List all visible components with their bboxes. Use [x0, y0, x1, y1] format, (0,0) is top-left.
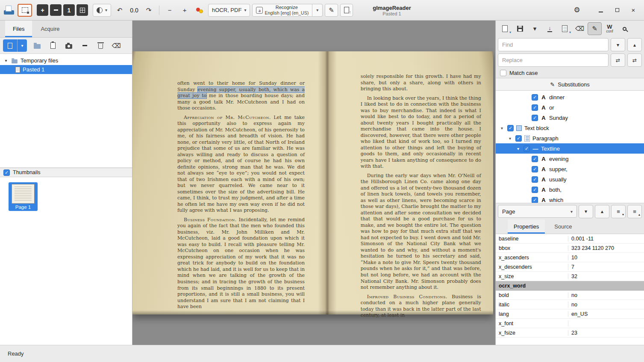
find-replace-toggle-button[interactable] — [618, 22, 632, 35]
hocr-item-paragraph[interactable]: ▾✓Paragraph — [496, 133, 644, 143]
next-item-button[interactable]: ▾ — [579, 205, 593, 218]
find-next-button[interactable]: ▾ — [611, 38, 625, 51]
item-checkbox[interactable]: ✓ — [507, 125, 514, 131]
delete-image-button[interactable] — [94, 39, 107, 52]
find-input[interactable] — [498, 38, 609, 51]
hocr-item-text-block[interactable]: ▾✓Text block — [496, 123, 644, 133]
item-checkbox[interactable]: ✓ — [532, 156, 538, 162]
zoom-in-button[interactable]: + — [178, 4, 191, 17]
file-row-pasted-1[interactable]: Pasted 1 — [0, 65, 132, 74]
property-value[interactable]: 0.001 -11 — [568, 236, 644, 242]
property-value[interactable]: en_US — [568, 311, 644, 317]
property-value[interactable]: no — [568, 302, 644, 308]
image-canvas[interactable]: often went to their home for Sunday dinn… — [132, 21, 495, 345]
expander-icon[interactable]: ▾ — [3, 58, 9, 63]
item-checkbox[interactable]: ✓ — [532, 115, 538, 121]
recognize-dropdown[interactable]: ▾ — [312, 4, 323, 17]
settings-button[interactable]: ⚙ — [570, 4, 583, 17]
tab-acquire[interactable]: Acquire — [33, 21, 67, 37]
folder-row-temporary-files[interactable]: ▾ Temporary files — [0, 56, 132, 65]
property-value[interactable]: 10 — [568, 255, 644, 261]
hocr-item-or[interactable]: ✓Aor — [496, 102, 644, 113]
single-region-button[interactable]: 1 — [63, 4, 75, 16]
item-checkbox[interactable]: ✓ — [532, 176, 538, 183]
hocr-item-textline[interactable]: ▾✓—Textline — [496, 143, 644, 154]
import-hocr-button[interactable]: ↓ — [543, 22, 557, 35]
add-images-button[interactable] — [3, 39, 17, 52]
replace-input[interactable] — [498, 53, 609, 67]
zoom-original-button[interactable] — [193, 4, 206, 17]
find-prev-button[interactable]: ▴ — [627, 38, 642, 51]
paste-button[interactable] — [47, 39, 59, 52]
hocr-item-which[interactable]: ✓Awhich — [496, 195, 644, 203]
property-value[interactable]: 323 234 1120 270 — [568, 245, 644, 251]
export-document-dropdown[interactable]: ▾ — [558, 22, 572, 35]
subtract-region-button[interactable] — [50, 4, 62, 16]
save-dropdown[interactable]: ▾ — [528, 22, 542, 35]
match-case-row[interactable]: Match case — [496, 68, 644, 78]
property-value[interactable]: 32 — [568, 273, 644, 279]
tab-properties[interactable]: Properties — [508, 220, 545, 234]
hocr-item-both[interactable]: ✓Aboth, — [496, 184, 644, 195]
hocr-item-usually[interactable]: ✓Ausually — [496, 174, 644, 184]
tab-files[interactable]: Files — [5, 21, 32, 37]
prev-item-button[interactable]: ▴ — [595, 205, 609, 218]
match-case-checkbox[interactable] — [500, 70, 506, 76]
property-value[interactable]: no — [568, 292, 644, 298]
image-controls-dropdown[interactable]: ▾ — [93, 4, 111, 17]
rotate-left-button[interactable]: ↶ — [113, 4, 126, 17]
add-region-button[interactable]: + — [37, 4, 48, 16]
highlight-mode-button[interactable]: ✎ — [588, 22, 602, 35]
export-button[interactable] — [340, 4, 353, 17]
hocr-item-evening[interactable]: ✓Aevening — [496, 154, 644, 164]
item-checkbox[interactable]: ✓ — [532, 104, 538, 111]
add-images-dropdown[interactable]: ▾ — [17, 39, 27, 52]
tab-source[interactable]: Source — [548, 220, 578, 234]
hocr-item-supper[interactable]: ✓Asupper, — [496, 164, 644, 174]
screenshot-button[interactable] — [62, 39, 75, 52]
property-key: baseline — [496, 236, 568, 242]
remove-image-button[interactable] — [78, 39, 91, 52]
output-mode-dropdown[interactable]: hOCR, PDF ▾ — [208, 4, 250, 17]
item-checkbox[interactable]: ✓ — [523, 145, 530, 152]
item-checkbox[interactable]: ✓ — [532, 166, 538, 172]
replace-all-button[interactable]: ⇄ — [627, 53, 642, 67]
hocr-item-dinner[interactable]: ✓Adinner — [496, 92, 644, 102]
auto-layout-button[interactable] — [76, 4, 88, 16]
maximize-button[interactable] — [612, 5, 623, 16]
clear-output-button[interactable]: ⌫ — [573, 22, 587, 35]
rotate-right-button[interactable]: ↷ — [142, 4, 155, 17]
rotation-spinner[interactable]: 0.0 — [128, 7, 140, 14]
maximize-icon — [615, 8, 619, 12]
property-value[interactable]: 23 — [568, 330, 644, 336]
select-region-tool-button[interactable] — [18, 4, 32, 17]
ocr-selection-highlight[interactable]: evening supper, usually both, which was … — [177, 87, 305, 99]
show-confidence-button[interactable]: W conf — [603, 22, 617, 35]
item-checkbox[interactable]: ✓ — [532, 187, 538, 193]
item-checkbox[interactable]: ✓ — [532, 94, 538, 101]
property-value[interactable]: 7 — [568, 264, 644, 270]
replace-button[interactable]: ⇄ — [611, 53, 625, 67]
thumbnail-page-1[interactable]: Page 1 — [9, 182, 38, 211]
open-hocr-button[interactable]: ▾ — [498, 22, 512, 35]
recognize-button[interactable]: a Recognize English [eng] (en_US) — [252, 4, 312, 17]
item-checkbox[interactable]: ✓ — [532, 197, 538, 203]
save-hocr-button[interactable] — [513, 22, 527, 35]
expander-icon[interactable]: ▾ — [515, 146, 521, 151]
close-button[interactable]: × — [628, 5, 639, 16]
minimize-button[interactable] — [595, 5, 606, 16]
hocr-item-sunday[interactable]: ✓ASunday — [496, 113, 644, 123]
item-checkbox[interactable]: ✓ — [515, 135, 522, 142]
thumbnails-checkbox[interactable]: ✓ — [3, 169, 10, 176]
zoom-out-button[interactable]: − — [163, 4, 176, 17]
clear-list-button[interactable]: ⌫ — [110, 39, 123, 52]
postprocess-button[interactable]: ✎ — [325, 4, 338, 17]
substitutions-button[interactable]: ✎ Substitutions — [496, 78, 644, 91]
expand-all-button[interactable]: ≡▾ — [611, 205, 626, 218]
expander-icon[interactable]: ▾ — [499, 126, 505, 131]
expander-icon[interactable]: ▾ — [507, 136, 513, 141]
collapse-all-button[interactable]: ≡▴ — [627, 205, 642, 218]
chevron-down-icon: ▾ — [244, 8, 246, 12]
page-selector[interactable]: Page ▾ — [498, 205, 577, 218]
open-folder-button[interactable] — [31, 39, 44, 52]
